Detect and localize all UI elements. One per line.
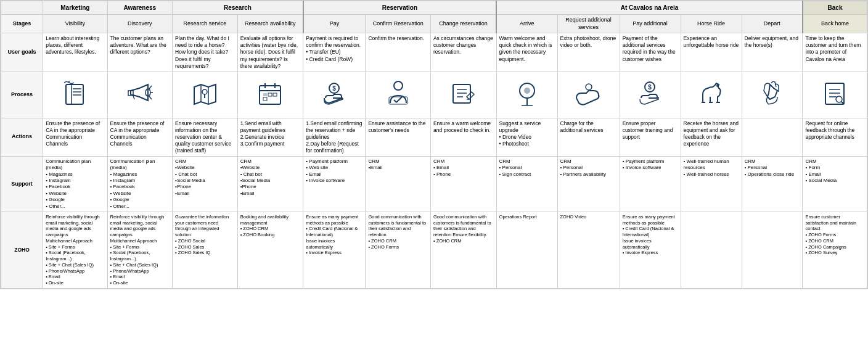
group-research: Research (173, 1, 303, 15)
goal-request-additional: Extra photoshoot, drone video or both. (557, 33, 620, 72)
user-goals-label: User goals (1, 33, 43, 72)
stage-pay-additional: Pay additional (620, 15, 681, 33)
svg-point-47 (836, 96, 842, 102)
support-confirm: CRM•Email (366, 156, 431, 212)
stage-back-home: Back home (803, 15, 867, 33)
support-research-service: CRM•Website• Chat bot•Social Media•Phone… (173, 156, 238, 212)
svg-rect-18 (263, 93, 267, 96)
action-discovery: Ensure the presence of CA in the appropr… (107, 118, 173, 156)
process-research-availability (237, 72, 303, 118)
svg-rect-0 (66, 84, 83, 104)
zoho-research-availability: Booking and availability management• ZOH… (237, 212, 303, 288)
group-back: Back (803, 1, 867, 15)
goal-research-availability: Evaluate all options for activities (wat… (237, 33, 303, 72)
support-research-availability: CRM•Website• Chat bot•Social Media•Phone… (237, 156, 303, 212)
book-icon (63, 80, 88, 107)
group-marketing: Marketing (43, 1, 107, 15)
svg-point-24 (394, 81, 403, 90)
support-depart: CRM• Personal• Operations close ride (742, 156, 803, 212)
goal-discovery: The customer plans an adventure. What ar… (107, 33, 173, 72)
payment-icon: $ (321, 80, 348, 107)
megaphone-icon (126, 80, 154, 107)
support-pay: • Payment platform• Web site• Email• Inv… (303, 156, 366, 212)
svg-text:$: $ (648, 84, 652, 91)
corner-cell (1, 1, 43, 15)
stage-depart: Depart (742, 15, 803, 33)
svg-point-42 (716, 84, 719, 87)
process-request-additional (557, 72, 620, 118)
stage-discovery: Discovery (107, 15, 173, 33)
support-pay-additional: • Payment platform• Invoice software (620, 156, 681, 212)
support-horse-ride: • Well-trained human resources• Well-tra… (681, 156, 742, 212)
action-research-service: Ensure necessary information on the rese… (173, 118, 238, 156)
goal-horse-ride: Experience an unforgettable horse ride (681, 33, 742, 72)
horse-icon (697, 81, 726, 107)
support-back-home: CRM• Form• Email• Social Media (803, 156, 867, 212)
svg-rect-28 (453, 84, 470, 103)
stage-pay: Pay (303, 15, 366, 33)
process-research-service (173, 72, 238, 118)
zoho-label: ZOHO (1, 212, 43, 288)
stage-visibility: Visibility (43, 15, 107, 33)
zoho-arrive: Operations Report (496, 212, 557, 288)
svg-line-8 (149, 86, 152, 89)
action-confirm: Ensure assistance to the customer's need… (366, 118, 431, 156)
action-pay: 1.Send email confirming the reservation … (303, 118, 366, 156)
svg-rect-21 (263, 97, 267, 101)
zoho-horse-ride (681, 212, 742, 288)
zoho-change: Good communication with customers is fun… (430, 212, 496, 288)
process-depart (742, 72, 803, 118)
action-request-additional: Charge for the additional services (557, 118, 620, 156)
process-confirm (366, 72, 431, 118)
goal-pay-additional: Payment of the additional services requi… (620, 33, 681, 72)
process-label: Process (1, 72, 43, 118)
svg-point-34 (524, 88, 530, 94)
svg-point-13 (202, 89, 207, 94)
zoho-request-additional: ZOHO Video (557, 212, 620, 288)
action-back-home: Request for online feedback through the … (803, 118, 867, 156)
support-arrive: CRM• Personal• Sign contract (496, 156, 557, 212)
action-horse-ride: Receive the horses and equipment and ask… (681, 118, 742, 156)
zoho-visibility: Reinforce visibility through email marke… (43, 212, 107, 288)
process-visibility (43, 72, 107, 118)
action-research-availability: 1.Send email with payment guidelines2.Ge… (237, 118, 303, 156)
goal-change: As circumstances change customer changes… (430, 33, 496, 72)
handshake-icon (574, 81, 604, 107)
stage-research-service: Research service (173, 15, 238, 33)
stage-horse-ride: Horse Ride (681, 15, 742, 33)
group-awareness: Awareness (107, 1, 173, 15)
process-change (430, 72, 496, 118)
support-request-additional: CRM• Personal• Partners availability (557, 156, 620, 212)
group-cavalos: At Cavalos na Areia (496, 1, 803, 15)
stage-arrive: Arrive (496, 15, 557, 33)
support-label: Support (1, 156, 43, 212)
action-arrive: Suggest a service upgrade• Drone Video• … (496, 118, 557, 156)
journey-map: Marketing Awareness Research Reservation… (0, 0, 868, 289)
zoho-back-home: Ensure customer satisfaction and maintai… (803, 212, 867, 288)
person-confirm-icon (385, 80, 411, 107)
stage-research-availability: Research availability (237, 15, 303, 33)
goal-arrive: Warm welcome and quick check in which is… (496, 33, 557, 72)
review-icon (822, 81, 848, 107)
goal-research-service: Plan the day. What do I need to ride a h… (173, 33, 238, 72)
support-change: CRM• Email• Phone (430, 156, 496, 212)
goal-confirm: Confirm the reservation. (366, 33, 431, 72)
map-icon (191, 80, 219, 107)
svg-point-36 (586, 84, 592, 90)
group-reservation: Reservation (303, 1, 496, 15)
stage-confirm: Confirm Reservation (366, 15, 431, 33)
goal-pay: Payment is required to confirm the reser… (303, 33, 366, 72)
action-depart (742, 118, 803, 156)
svg-line-10 (149, 96, 152, 99)
svg-rect-19 (268, 93, 272, 96)
zoho-pay-additional: Ensure as many payment methods as possib… (620, 212, 681, 288)
edit-icon (451, 81, 477, 107)
calendar-icon (257, 81, 283, 107)
stages-label: Stages (1, 15, 43, 33)
zoho-research-service: Guarantee the information your customers… (173, 212, 238, 288)
zoho-depart (742, 212, 803, 288)
process-discovery (107, 72, 173, 118)
actions-label: Actions (1, 118, 43, 156)
goal-depart: Deliver equipment, and the horse(s) (742, 33, 803, 72)
wave-icon (759, 80, 785, 107)
